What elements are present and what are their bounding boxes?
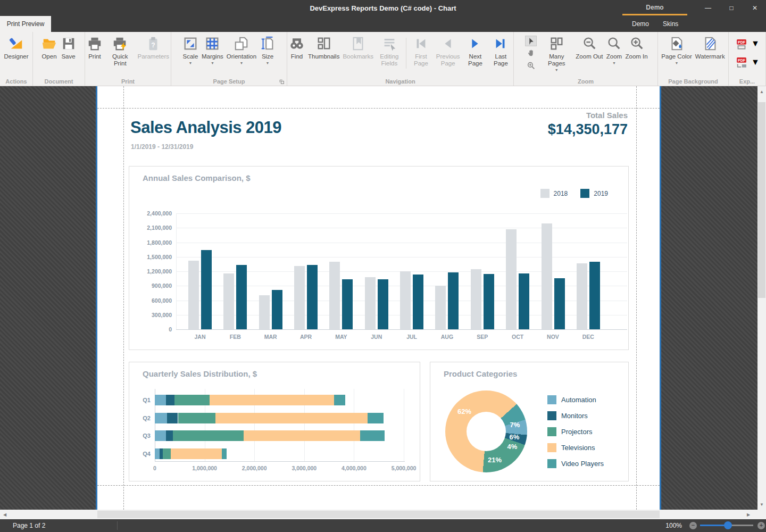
status-bar-separator — [117, 521, 118, 530]
chevron-down-icon: ▼ — [239, 61, 243, 65]
bar-2019-sep — [484, 274, 494, 329]
tab-demo[interactable]: Demo — [632, 16, 649, 32]
ribbon-item-size[interactable]: Size▼ — [258, 35, 277, 66]
hand-tool-button[interactable] — [525, 48, 537, 59]
ribbon-item-next-page[interactable]: Next Page — [462, 35, 488, 68]
export-buttons-column: PDF▼PDF▼ — [735, 35, 760, 69]
x-axis-month-label: MAR — [264, 334, 277, 340]
y-axis-tick-label: 1,500,000 — [129, 254, 172, 260]
bookmarks-icon — [350, 36, 366, 52]
ribbon-item-open[interactable]: Open — [40, 35, 59, 61]
ribbon-item-zoom[interactable]: Zoom▼ — [604, 35, 623, 66]
bar-2019-jul — [413, 275, 423, 329]
pointer-tool-button[interactable] — [525, 36, 537, 46]
ribbon-item-label: Scale — [183, 53, 198, 60]
chevron-down-icon: ▼ — [266, 61, 270, 65]
legend-item-projectors: Projectors — [547, 427, 593, 436]
segment-Automation-Q4 — [155, 448, 160, 459]
ribbon-item-find[interactable]: Find — [287, 35, 306, 61]
segment-Video Players-Q3 — [360, 430, 385, 441]
slice-percent-label-projectors: 21% — [488, 456, 502, 464]
ribbon-item-print[interactable]: Print — [85, 35, 104, 61]
tab-skins[interactable]: Skins — [663, 16, 678, 32]
scroll-right-arrow[interactable]: ▶ — [747, 512, 750, 517]
legend-label: Projectors — [561, 428, 593, 436]
ribbon-item-parameters: ?Parameters — [136, 35, 171, 61]
chevron-down-icon: ▼ — [188, 61, 192, 65]
ribbon-item-margins[interactable]: Margins▼ — [200, 35, 225, 66]
scroll-left-arrow[interactable]: ◀ — [3, 512, 6, 517]
scrollbar-corner — [757, 510, 766, 519]
ribbon-item-orientation[interactable]: Orientation▼ — [225, 35, 258, 66]
ribbon-group-exp-: PDF▼PDF▼Exp... — [729, 32, 766, 86]
ribbon-item-many-pages[interactable]: Many Pages▼ — [539, 35, 574, 73]
x-axis-month-label: MAY — [335, 334, 347, 340]
segment-Video Players-Q4 — [222, 448, 227, 459]
editing-fields-icon — [381, 36, 397, 52]
y-axis-tick-label: 1,200,000 — [129, 268, 172, 275]
scroll-up-arrow[interactable]: ▲ — [757, 89, 766, 94]
slice-percent-label-monitors: 4% — [507, 443, 518, 451]
ribbon-group-label: Document — [33, 78, 85, 85]
gridline — [176, 213, 627, 214]
annual-chart-legend: 20182019 — [540, 189, 608, 198]
chevron-down-icon: ▼ — [751, 57, 760, 67]
ribbon-item-thumbnails[interactable]: Thumbnails — [306, 35, 341, 61]
ribbon-item-send-pdf[interactable]: PDF▼ — [735, 55, 760, 69]
legend-item-automation: Automation — [547, 395, 596, 404]
legend-label: Video Players — [561, 460, 604, 468]
horizontal-scrollbar[interactable]: ◀ ▶ — [0, 510, 757, 519]
status-bar: Page 1 of 2 100% − + — [0, 519, 766, 532]
zoom-in-button[interactable]: + — [757, 522, 765, 529]
ribbon-item-designer[interactable]: Designer — [2, 35, 30, 61]
zoom-window-tool-button[interactable] — [525, 60, 537, 71]
bar-2018-mar — [259, 295, 270, 329]
ribbon-item-save[interactable]: Save — [59, 35, 78, 61]
stacked-bar-Q3 — [155, 430, 420, 441]
pointer-icon — [527, 37, 536, 46]
ribbon-item-label: Many Pages — [540, 53, 572, 67]
scroll-down-arrow[interactable]: ▼ — [757, 502, 766, 507]
print-icon — [87, 36, 103, 52]
zoom-tools-column — [522, 35, 539, 71]
ribbon-item-last-page[interactable]: Last Page — [488, 35, 513, 68]
ribbon-item-zoom-in[interactable]: Zoom In — [623, 35, 649, 61]
ribbon-item-label: Designer — [4, 53, 28, 60]
ribbon-tab-row: Print Preview Demo Skins — [0, 16, 766, 32]
bar-2018-may — [329, 262, 340, 329]
ribbon-item-quick-print[interactable]: Quick Print — [104, 35, 136, 68]
report-date-range: 1/1/2019 - 12/31/2019 — [131, 143, 193, 151]
zoom-slider-thumb[interactable] — [724, 521, 732, 529]
vertical-scrollbar[interactable]: ▲ ▼ — [757, 86, 766, 510]
y-axis-tick-label: 600,000 — [129, 297, 172, 304]
close-button[interactable]: ✕ — [746, 0, 764, 16]
ribbon-item-scale[interactable]: Scale▼ — [181, 35, 200, 66]
ribbon-item-page-color[interactable]: Page Color▼ — [660, 35, 694, 66]
tab-print-preview[interactable]: Print Preview — [0, 16, 51, 32]
bar-2019-jan — [201, 250, 212, 329]
svg-text:?: ? — [152, 41, 155, 49]
x-axis-tick-label: 3,000,000 — [292, 465, 317, 471]
vertical-scrollbar-thumb[interactable] — [758, 102, 765, 298]
zoom-out-button[interactable]: − — [689, 522, 697, 529]
horizontal-scrollbar-thumb[interactable] — [97, 511, 660, 518]
x-axis-tick-label: 4,000,000 — [342, 465, 367, 471]
legend-swatch — [547, 459, 556, 468]
ribbon-group-label: Page Background — [658, 78, 728, 85]
ribbon-item-export-pdf[interactable]: PDF▼ — [735, 37, 760, 51]
maximize-button[interactable]: □ — [722, 0, 740, 16]
export-pdf-icon: PDF — [735, 37, 748, 51]
ribbon-group-label: Navigation — [287, 78, 513, 85]
designer-icon — [9, 36, 24, 52]
minimize-button[interactable]: — — [699, 0, 717, 16]
ribbon-item-label: Next Page — [464, 53, 487, 67]
ribbon-group-label: Print — [85, 78, 171, 85]
dialog-launcher-icon[interactable] — [279, 78, 285, 84]
y-axis-tick-label: 0 — [129, 326, 172, 332]
hand-icon — [527, 49, 536, 58]
legend-item-televisions: Televisions — [547, 443, 595, 452]
ribbon-item-zoom-out[interactable]: Zoom Out — [574, 35, 604, 61]
ribbon-group-page-background: Page Color▼WatermarkPage Background — [658, 32, 729, 86]
ribbon-item-watermark[interactable]: Watermark — [694, 35, 727, 61]
segment-Projectors-Q3 — [173, 430, 244, 441]
